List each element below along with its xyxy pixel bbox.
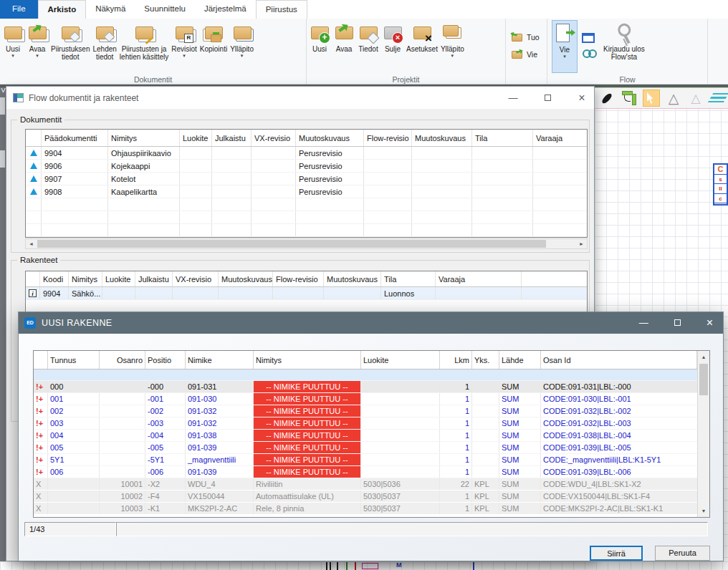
column-header[interactable]: Nimitys — [108, 130, 180, 146]
ribbon-tab[interactable]: Järjestelmä — [195, 0, 256, 19]
scroll-left-icon[interactable]: ◄ — [26, 239, 37, 248]
ribbon-small-button[interactable]: Vie — [510, 49, 542, 60]
ribbon-tab[interactable]: Piirustus — [256, 0, 307, 19]
part-row[interactable]: !+ 001 -001 091-030 -- NIMIKE PUUTTUU --… — [34, 393, 697, 405]
document-row[interactable]: 9908 Kaapelikartta Perusrevisio — [26, 185, 587, 198]
column-header[interactable]: Nimitys — [69, 271, 102, 286]
column-header[interactable]: Luokite — [180, 130, 212, 146]
column-header[interactable]: Positio — [145, 351, 186, 369]
cell-yks — [472, 393, 499, 405]
column-header[interactable]: Muutoskuvaus — [219, 271, 273, 286]
ribbon-tab[interactable]: Suunnittelu — [135, 0, 195, 19]
selection-row[interactable] — [34, 369, 697, 381]
ribbon-button[interactable]: Uusi — [307, 20, 332, 73]
triangle-tool-icon[interactable] — [665, 90, 682, 107]
ribbon-button[interactable]: Revisiot ▾ — [170, 20, 198, 73]
horizontal-scrollbar[interactable]: ◄ ► — [25, 238, 588, 249]
transform-tool-icon[interactable] — [621, 90, 638, 107]
ribbon-button[interactable]: Tiedot — [356, 20, 380, 73]
flow-logout-button[interactable]: Kirjaudu ulos Flow'sta — [602, 20, 646, 73]
column-header[interactable]: Julkaistu — [212, 130, 252, 146]
column-header[interactable]: Koodi — [40, 271, 69, 286]
column-header[interactable]: Lähde — [499, 351, 541, 369]
part-row[interactable]: X 10002 -F4 VX150044 Automaattisulake (U… — [34, 491, 697, 503]
ribbon-button[interactable]: Kopiointi — [198, 20, 229, 73]
flow-window-export-button[interactable] — [582, 33, 598, 43]
column-header[interactable]: Flow-revisio — [364, 130, 412, 146]
cursor-tool-icon[interactable] — [643, 90, 660, 107]
column-header[interactable]: Varaaja — [436, 271, 522, 286]
column-header[interactable]: Osanro — [100, 351, 145, 369]
column-header[interactable]: Luokite — [102, 271, 135, 286]
scroll-up-icon[interactable]: ▲ — [698, 352, 709, 362]
vertical-scrollbar[interactable]: ▲ ▼ — [697, 351, 709, 517]
part-row[interactable]: !+ 004 -004 091-038 -- NIMIKE PUUTTUU --… — [34, 430, 697, 442]
ribbon-button[interactable]: Piirustusten ja lehtien käsittely — [118, 20, 170, 73]
maximize-icon[interactable] — [542, 87, 552, 109]
ribbon-tab[interactable]: Arkisto — [38, 0, 87, 19]
ribbon-button[interactable]: Piirustuksen tiedot — [49, 20, 91, 73]
column-header[interactable]: Varaaja — [533, 130, 587, 146]
minimize-icon[interactable]: — — [639, 312, 648, 334]
column-header[interactable]: Lkm — [440, 351, 472, 369]
ribbon-button[interactable]: Avaa — [332, 20, 356, 73]
part-row[interactable]: !+ 003 -003 091-032 -- NIMIKE PUUTTUU --… — [34, 417, 697, 430]
peruuta-button[interactable]: Peruuta — [655, 546, 710, 561]
column-header[interactable]: Flow-revisio — [273, 271, 324, 286]
ribbon-button[interactable]: Sulje — [380, 20, 405, 73]
column-header[interactable]: Päädokumentti — [42, 130, 108, 146]
flow-browse-button[interactable] — [582, 49, 598, 57]
column-header[interactable]: Muutoskuvaus — [412, 130, 472, 146]
scroll-right-icon[interactable]: ► — [576, 239, 587, 248]
close-icon[interactable]: × — [577, 87, 587, 109]
part-row[interactable]: !+ 005 -005 091-039 -- NIMIKE PUUTTUU --… — [34, 442, 697, 454]
ribbon-button[interactable]: Asetukset — [405, 20, 439, 73]
cell-nimitys: -- NIMIKE PUUTTUU -- — [254, 405, 361, 417]
column-header[interactable]: Julkaistu — [135, 271, 173, 286]
cell-lkm: 1 — [440, 503, 472, 514]
ribbon-button[interactable]: Lehden tiedot — [91, 20, 118, 73]
column-header[interactable]: Yks. — [472, 351, 499, 369]
column-header[interactable]: Muutoskuvaus — [296, 130, 364, 146]
uusi-dialog-titlebar[interactable]: ED UUSI RAKENNE — × — [19, 312, 723, 334]
column-header[interactable]: Nimike — [186, 351, 254, 369]
ribbon-tab[interactable]: File — [0, 0, 38, 19]
pen-tool-icon[interactable] — [598, 90, 616, 107]
scroll-down-icon[interactable]: ▼ — [698, 506, 709, 516]
document-row[interactable]: 9906 Kojekaappi Perusrevisio — [26, 160, 587, 173]
column-header[interactable]: Nimitys — [254, 351, 361, 369]
column-header[interactable]: VX-revisio — [173, 271, 219, 286]
structure-row[interactable]: i 9904 Sähkö... Luonnos — [26, 287, 587, 300]
part-row[interactable]: !+ 006 -006 091-039 -- NIMIKE PUUTTUU --… — [34, 466, 697, 478]
ribbon-tab[interactable]: Näkymä — [86, 0, 135, 19]
part-row[interactable]: !+ 002 -002 091-032 -- NIMIKE PUUTTUU --… — [34, 405, 697, 417]
column-header[interactable]: Tunnus — [48, 351, 100, 369]
close-icon[interactable]: × — [707, 312, 713, 334]
maximize-icon[interactable] — [674, 312, 681, 334]
ribbon-button[interactable]: Ylläpito ▾ — [439, 20, 466, 73]
column-header[interactable]: Luokite — [361, 351, 440, 369]
ribbon-button[interactable]: Uusi ▾ — [1, 20, 25, 73]
document-row[interactable]: 9907 Kotelot Perusrevisio — [26, 173, 587, 185]
minimize-icon[interactable]: — — [508, 87, 518, 109]
column-header[interactable]: Muutoskuvaus — [324, 271, 381, 286]
layers-tool-icon[interactable] — [709, 90, 727, 107]
column-header[interactable]: Osan Id — [541, 351, 697, 369]
column-header[interactable]: Tila — [381, 271, 436, 286]
ribbon-button[interactable]: Avaa ▾ — [25, 20, 49, 73]
triangle-dashed-tool-icon[interactable] — [687, 90, 704, 107]
part-row[interactable]: !+ 5Y1 -5Y1 _magnventtiili -- NIMIKE PUU… — [34, 454, 697, 466]
part-row[interactable]: X 10001 -X2 WDU_4 Riviliitin 5030|5036 2… — [34, 478, 697, 491]
ribbon-button[interactable]: Ylläpito ▾ — [229, 20, 255, 73]
column-header[interactable]: VX-revisio — [252, 130, 296, 146]
part-row[interactable]: X 10003 -K1 MKS2PI-2-AC Rele, 8 pinnia 5… — [34, 503, 697, 515]
scrollbar-thumb[interactable] — [699, 364, 708, 395]
flow-dialog-titlebar[interactable]: Flow dokumentit ja rakenteet — × — [6, 87, 594, 109]
flow-export-button[interactable]: Vie ▾ — [552, 20, 578, 73]
column-header[interactable]: Tila — [472, 130, 533, 146]
siirra-button[interactable]: Siirrä — [590, 546, 643, 561]
part-row[interactable]: !+ 000 -000 091-031 -- NIMIKE PUUTTUU --… — [34, 381, 697, 393]
document-row[interactable]: 9904 Ohjauspiirikaavio Perusrevisio — [26, 147, 587, 160]
scrollbar-thumb[interactable] — [37, 240, 546, 248]
ribbon-small-button[interactable]: Tuo — [510, 32, 542, 43]
